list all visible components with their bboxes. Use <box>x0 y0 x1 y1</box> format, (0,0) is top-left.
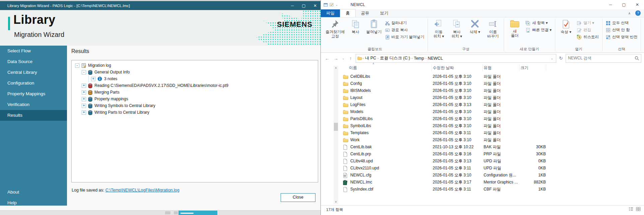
sidebar-item-select-flow[interactable]: Select Flow <box>0 46 67 56</box>
qat-dropdown-icon[interactable]: ⌄ <box>336 3 338 6</box>
file-row-IBISModels[interactable]: IBISModels2026-01-05 오후 3:10파일 폴더 <box>321 87 642 94</box>
tab-보기[interactable]: 보기 <box>375 9 394 17</box>
large-icons-view-icon[interactable] <box>636 207 641 211</box>
file-row-SymbolLibs[interactable]: SymbolLibs2026-01-05 오후 3:10파일 폴더 <box>321 122 642 129</box>
maximize-button[interactable]: ▢ <box>298 1 309 10</box>
tab-공유[interactable]: 공유 <box>356 9 375 17</box>
file-row-Models[interactable]: Models2026-01-05 오후 3:10파일 폴더 <box>321 108 642 115</box>
ribbon-button-히스토리[interactable]: 히스토리 <box>575 34 600 40</box>
ribbon-button-빠른 연결[interactable]: 빠른 연결 ▾ <box>524 27 553 33</box>
breadcrumb-item[interactable]: 내 PC <box>364 55 377 61</box>
ribbon-button-모두 선택[interactable]: 모두 선택 <box>604 20 639 26</box>
sidebar-item-property-mappings[interactable]: Property Mappings <box>0 89 67 99</box>
sidebar-item-configuration[interactable]: Configuration <box>0 78 67 89</box>
quick-access-check-icon[interactable] <box>330 3 334 7</box>
ribbon-button-새 항목[interactable]: 새 항목 ▾ <box>524 20 553 26</box>
file-row-CentLib.bak[interactable]: CentLib.bak2021-10-13 오후 10:22BAK 파일30KB <box>321 144 642 151</box>
tab-홈[interactable]: 홈 <box>340 9 356 17</box>
ribbon-button-잘라내기[interactable]: 잘라내기 <box>384 20 426 26</box>
minimize-button[interactable]: ─ <box>604 0 617 9</box>
expand-icon[interactable]: + <box>91 77 95 81</box>
sidebar-item-results[interactable]: Results <box>0 110 67 121</box>
expand-icon[interactable]: + <box>82 97 86 101</box>
taskbar-button[interactable] <box>165 211 170 214</box>
tree-row[interactable]: +Writing Parts to Central Library <box>72 109 318 116</box>
collapse-icon[interactable]: - <box>75 63 79 68</box>
close-window-button[interactable]: ✕ <box>309 1 321 10</box>
column-header-유형[interactable]: 유형 <box>484 64 519 71</box>
file-row-Config[interactable]: Config2026-01-05 오후 3:10파일 폴더 <box>321 80 642 87</box>
taskbar-active-button[interactable]: ▂▂▂▂▂ <box>178 211 217 215</box>
scroll-down-icon[interactable]: ∨ <box>334 200 338 203</box>
file-row-Layout[interactable]: Layout2026-01-05 오후 3:10파일 폴더 <box>321 94 642 101</box>
file-row-CentLib.prp[interactable]: CentLib.prp2026-01-05 오후 3:16PRP 파일30KB <box>321 151 642 158</box>
sidebar-item-verification[interactable]: Verification <box>0 99 67 110</box>
tree-row[interactable]: +Merging Parts <box>72 89 318 96</box>
ribbon-button-즐겨찾기에-고정[interactable]: 즐겨찾기에 고정 <box>324 19 346 39</box>
ribbon-button-새-폴더[interactable]: 새 폴더 <box>506 19 523 39</box>
ribbon-button-속성[interactable]: 속성 ▾ <box>557 19 575 35</box>
file-row-PartsDBLibs[interactable]: PartsDBLibs2026-01-05 오후 3:10파일 폴더 <box>321 115 642 122</box>
log-file-link[interactable]: C:\Temp\NEWCL\LogFiles\Migration.log <box>105 188 180 193</box>
search-input[interactable]: NEWCL 검색 <box>566 54 641 63</box>
details-view-icon[interactable] <box>629 207 633 211</box>
file-row-LogFiles[interactable]: LogFiles2026-01-05 오후 3:13파일 폴더 <box>321 101 642 108</box>
breadcrumb-item[interactable]: 로컬 디스크 (C:) <box>378 55 411 61</box>
file-row-CellDBLibs[interactable]: CellDBLibs2026-01-05 오후 3:10파일 폴더 <box>321 73 642 80</box>
address-dropdown-icon[interactable]: ⌄ <box>549 57 555 60</box>
expand-icon[interactable]: + <box>82 110 86 115</box>
refresh-icon[interactable]: ↻ <box>558 56 564 61</box>
collapse-icon[interactable]: - <box>82 70 86 74</box>
back-button[interactable]: ← <box>324 56 331 61</box>
tree-row[interactable]: +Reading C:\SiemensEDA\PADSVX.2.17\SDD_H… <box>72 82 318 89</box>
file-row-CLibv48.upd[interactable]: CLibv48.upd2026-01-05 오후 3:13UPD 파일0KB <box>321 158 642 165</box>
ribbon-button-선택 영역 반전[interactable]: 선택 영역 반전 <box>604 34 639 40</box>
recent-locations-icon[interactable]: ⌄ <box>341 57 346 60</box>
sidebar-item-data-source[interactable]: Data Source <box>0 56 67 67</box>
column-header-이름[interactable]: 이름 <box>349 64 432 71</box>
ribbon-button-복사[interactable]: 복사 <box>347 19 364 35</box>
up-button[interactable]: ↑ <box>347 56 354 61</box>
sidebar-item-central-library[interactable]: Central Library <box>0 67 67 78</box>
ribbon-button-이동-위치[interactable]: 이동 위치 ▾ <box>430 19 447 39</box>
column-header-크기[interactable]: 크기 <box>520 64 546 71</box>
ribbon-button-바로 가기 붙여넣기[interactable]: 바로 가기 붙여넣기 <box>384 34 426 40</box>
breadcrumb-item[interactable]: NEWCL <box>426 56 444 61</box>
ribbon-button-열기[interactable]: 열기 ▾ <box>575 20 600 26</box>
ribbon-button-삭제[interactable]: 삭제 ▾ <box>466 19 484 35</box>
tree-row[interactable]: +Writing Symbols to Central Library <box>72 102 318 109</box>
ribbon-button-경로 복사[interactable]: W..경로 복사 <box>384 27 426 33</box>
minimize-button[interactable]: ─ <box>287 1 298 10</box>
file-row-Templates[interactable]: Templates2026-01-05 오후 3:11파일 폴더 <box>321 129 642 137</box>
tree-row[interactable]: +3 notes <box>72 75 318 82</box>
taskbar-button[interactable] <box>174 211 178 214</box>
help-icon[interactable]: ? <box>635 10 641 16</box>
breadcrumb[interactable]: ›내 PC›로컬 디스크 (C:)›Temp›NEWCL ⌄ <box>356 54 556 63</box>
scroll-up-icon[interactable]: ∧ <box>334 66 338 69</box>
tab-파일[interactable]: 파일 <box>321 9 340 17</box>
tree-row[interactable]: -Migration log <box>72 62 318 69</box>
expand-icon[interactable]: + <box>82 90 86 95</box>
file-row-SysIndex.cbf[interactable]: SysIndex.cbf2026-01-05 오후 3:11CBF 파일1KB <box>321 186 642 193</box>
maximize-button[interactable]: ▢ <box>617 0 631 9</box>
sidebar-item-about[interactable]: About <box>0 187 67 198</box>
file-row-NEWCL.cfg[interactable]: NEWCL.cfg2026-01-05 오후 3:10Configuration… <box>321 172 642 179</box>
ribbon-button-복사-위치[interactable]: 복사 위치 ▾ <box>448 19 466 39</box>
breadcrumb-item[interactable]: Temp <box>413 56 426 61</box>
ribbon-button-이름-바꾸기[interactable]: 이름 바꾸기 <box>484 19 502 39</box>
tree-row[interactable]: -General Output Info <box>72 69 318 75</box>
file-row-CLibvx2110.upd[interactable]: CLibvx2110.upd2026-01-05 오후 3:11UPD 파일0K… <box>321 165 642 172</box>
close-window-button[interactable]: ✕ <box>631 0 644 9</box>
expand-icon[interactable]: + <box>82 84 86 88</box>
ribbon-button-선택 안 함[interactable]: 선택 안 함 <box>604 27 639 33</box>
file-row-NEWCL.lmc[interactable]: NEWCL.lmc2026-01-05 오후 3:17Mentor Graphi… <box>321 179 642 186</box>
ribbon-collapse-icon[interactable]: ∧ <box>628 11 631 15</box>
search-icon[interactable] <box>635 56 639 60</box>
column-header-수정한 날짜[interactable]: 수정한 날짜 <box>433 64 483 71</box>
sidebar-item-help[interactable]: Help <box>0 198 67 208</box>
ribbon-button-붙여넣기[interactable]: 붙여넣기 <box>365 19 383 35</box>
tree-row[interactable]: +Property mappings <box>72 96 318 102</box>
forward-button[interactable]: → <box>332 56 340 61</box>
ribbon-button-편집[interactable]: 편집 <box>575 27 600 33</box>
file-row-Work[interactable]: Work2026-01-05 오후 3:10파일 폴더 <box>321 137 642 144</box>
